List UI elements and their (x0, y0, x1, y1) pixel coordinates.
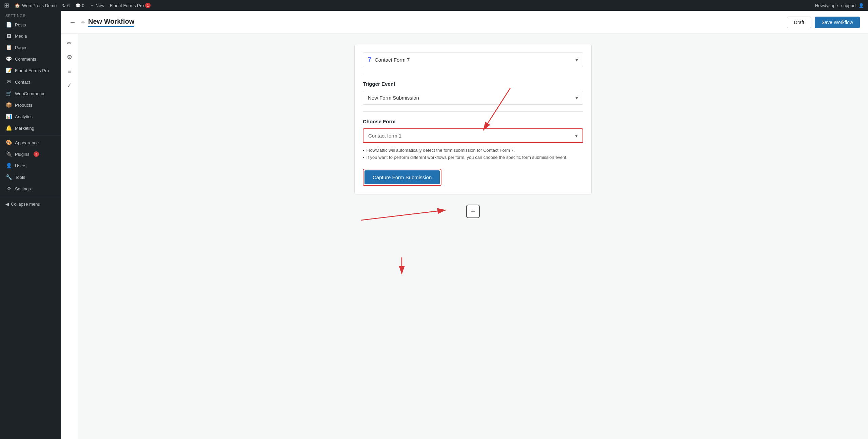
marketing-icon: 🔔 (5, 125, 12, 131)
back-button[interactable]: ← (69, 18, 76, 26)
info-item-2: If you want to perform different workflo… (363, 155, 583, 160)
canvas: 7 Contact Form 7 ▾ Trigger Event New For… (78, 34, 868, 439)
edit-tool-icon[interactable]: ✏ (67, 39, 72, 47)
sidebar-item-media[interactable]: 🖼 Media (0, 30, 61, 42)
trigger-event-dropdown[interactable]: New Form Submission ▾ (363, 91, 583, 105)
info-item-1: FlowMattic will automatically detect the… (363, 148, 583, 153)
sidebar-item-products[interactable]: 📦 Products (0, 99, 61, 111)
sidebar-item-marketing[interactable]: 🔔 Marketing (0, 122, 61, 134)
sidebar-item-tools[interactable]: 🔧 Tools (0, 171, 61, 183)
users-icon: 👤 (5, 163, 12, 169)
admin-bar-right: Howdy, apix_support 👤 (815, 3, 864, 8)
info-list: FlowMattic will automatically detect the… (363, 148, 583, 160)
form-select-chevron: ▾ (575, 57, 578, 63)
sidebar-item-users[interactable]: 👤 Users (0, 160, 61, 171)
form-select-value: Contact Form 7 (375, 57, 572, 63)
sidebar-item-settings[interactable]: ⚙ Settings (0, 183, 61, 194)
choose-form-chevron: ▾ (575, 132, 578, 139)
divider-2 (363, 111, 583, 112)
sidebar-item-pages[interactable]: 📋 Pages (0, 42, 61, 53)
sidebar-item-comments[interactable]: 💬 Comments (0, 53, 61, 65)
capture-button-wrapper: Capture Form Submission (363, 169, 441, 186)
check-tool-icon[interactable]: ✓ (67, 82, 72, 89)
sidebar-item-fluent-forms[interactable]: 📝 Fluent Forms Pro (0, 65, 61, 76)
comments-icon: 💬 (75, 3, 81, 8)
canvas-overlay: 7 Contact Form 7 ▾ Trigger Event New For… (354, 44, 592, 218)
edit-title-icon: ✏ (81, 20, 85, 25)
contact-icon: ✉ (5, 79, 12, 85)
plugin-item[interactable]: Fluent Forms Pro 1 (110, 3, 151, 8)
workflow-card: 7 Contact Form 7 ▾ Trigger Event New For… (354, 44, 592, 194)
media-icon: 🖼 (5, 33, 12, 39)
form-number-icon: 7 (368, 56, 371, 63)
choose-form-dropdown[interactable]: Contact form 1 ▾ (363, 128, 583, 143)
choose-form-value: Contact form 1 (368, 133, 575, 139)
capture-form-submission-button[interactable]: Capture Form Submission (364, 170, 440, 184)
sync-item[interactable]: ↻ 6 (62, 3, 70, 8)
trigger-event-chevron: ▾ (575, 95, 578, 101)
settings-tool-icon[interactable]: ⚙ (67, 54, 72, 61)
sync-icon: ↻ (62, 3, 66, 8)
products-icon: 📦 (5, 102, 12, 108)
plugins-icon: 🔌 (5, 151, 12, 157)
posts-icon: 📄 (5, 22, 12, 28)
add-step-button[interactable]: + (466, 205, 480, 218)
plus-icon: ＋ (90, 2, 94, 8)
appearance-icon: 🎨 (5, 140, 12, 146)
trigger-event-label: Trigger Event (363, 81, 583, 87)
site-name[interactable]: 🏠 WordPress Demo (15, 3, 57, 8)
sidebar-item-posts[interactable]: 📄 Posts (0, 19, 61, 30)
home-icon: 🏠 (15, 3, 20, 8)
plugins-badge: 3 (34, 151, 39, 157)
trigger-event-value: New Form Submission (368, 95, 575, 101)
wp-logo-icon: ⊞ (4, 2, 9, 9)
workflow-title: New Workflow (88, 18, 134, 27)
analytics-icon: 📊 (5, 113, 12, 120)
sidebar-item-plugins[interactable]: 🔌 Plugins 3 (0, 148, 61, 160)
sidebar-item-contact[interactable]: ✉ Contact (0, 76, 61, 88)
choose-form-label: Choose Form (363, 119, 583, 124)
list-tool-icon[interactable]: ≡ (67, 68, 71, 75)
collapse-menu[interactable]: ◀ Collapse menu (0, 197, 61, 211)
form-select-row[interactable]: 7 Contact Form 7 ▾ (363, 53, 583, 67)
sidebar-section-title: Settings (0, 11, 61, 19)
workflow-actions: Draft Save Workflow (787, 17, 860, 28)
tools-icon: 🔧 (5, 174, 12, 180)
admin-bar: ⊞ 🏠 WordPress Demo ↻ 6 💬 0 ＋ New Fluent … (0, 0, 868, 11)
pages-icon: 📋 (5, 44, 12, 50)
sidebar: Settings 📄 Posts 🖼 Media 📋 Pages 💬 Comme… (0, 11, 61, 439)
comments-icon: 💬 (5, 56, 12, 62)
divider-1 (363, 74, 583, 74)
avatar: 👤 (859, 3, 864, 8)
sidebar-item-analytics[interactable]: 📊 Analytics (0, 111, 61, 122)
workflow-title-area: ✏ New Workflow (81, 18, 782, 27)
collapse-icon: ◀ (5, 202, 9, 207)
sidebar-item-appearance[interactable]: 🎨 Appearance (0, 137, 61, 148)
woocommerce-icon: 🛒 (5, 90, 12, 97)
fluent-forms-icon: 📝 (5, 67, 12, 74)
plugin-badge: 1 (145, 3, 151, 8)
tools-panel: ✏ ⚙ ≡ ✓ (61, 34, 78, 439)
draft-button[interactable]: Draft (787, 17, 811, 28)
sidebar-item-woocommerce[interactable]: 🛒 WooCommerce (0, 88, 61, 99)
save-workflow-button[interactable]: Save Workflow (815, 17, 860, 28)
new-item[interactable]: ＋ New (90, 2, 104, 8)
workflow-header: ← ✏ New Workflow Draft Save Workflow (61, 11, 868, 34)
comments-item[interactable]: 💬 0 (75, 3, 84, 8)
settings-icon: ⚙ (5, 186, 12, 192)
